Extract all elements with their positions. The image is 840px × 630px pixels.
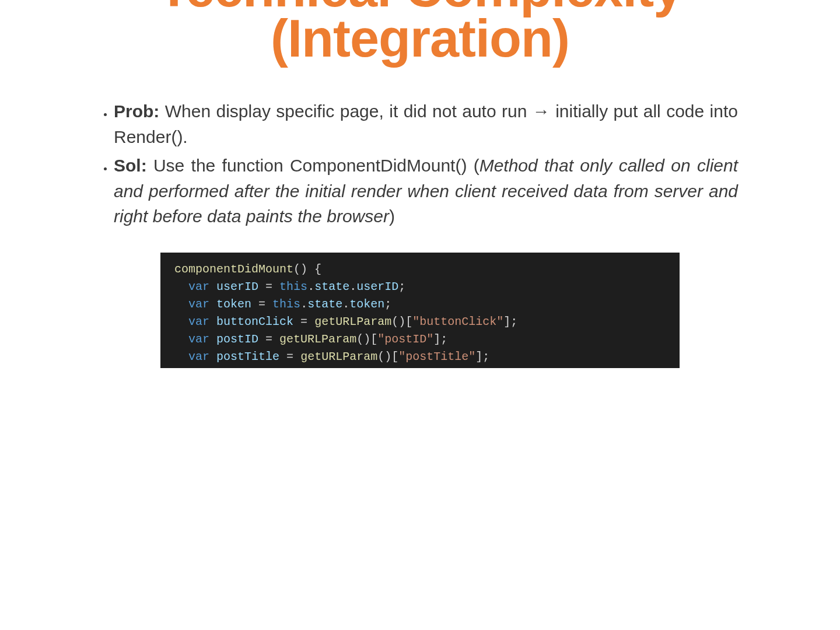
code-token: ()[ (356, 332, 377, 346)
slide: Technical Complexity (Integration) Prob:… (50, 0, 790, 368)
code-token: var (188, 315, 209, 328)
code-token: ; (398, 280, 405, 293)
code-token (314, 368, 321, 368)
code-token: = (307, 368, 314, 368)
code-token: = (258, 298, 265, 311)
code-token (293, 350, 300, 363)
code-token (272, 280, 279, 293)
code-token: getURLParam (314, 315, 391, 328)
code-token: state (307, 298, 342, 311)
code-token: = (265, 280, 272, 293)
code-token (272, 332, 279, 346)
code-token (209, 350, 216, 363)
code-token (258, 280, 265, 293)
code-token: "postID" (377, 332, 433, 346)
code-token: ]; (475, 350, 489, 363)
sol-label: Sol: (114, 156, 147, 175)
code-token: this (272, 298, 300, 311)
code-token (209, 315, 216, 328)
code-token: ()[ (377, 350, 398, 363)
code-token: "postTitle" (398, 350, 475, 363)
prob-label: Prob: (114, 102, 159, 121)
code-token: this (279, 280, 307, 293)
code-token: var (188, 332, 209, 346)
code-token: var (188, 298, 209, 311)
code-content: componentDidMount() { var userID = this.… (160, 253, 680, 368)
code-token (209, 280, 216, 293)
code-token (293, 315, 300, 328)
code-token: componentDidMount (174, 262, 293, 276)
sol-text-before: Use the function ComponentDidMount() ( (147, 156, 480, 175)
bullet-list: Prob: When display specific page, it did… (50, 99, 738, 229)
code-token: . (300, 298, 307, 311)
code-token: getURLParam (321, 368, 398, 368)
arrow-icon: → (533, 102, 550, 121)
code-token: . (349, 280, 356, 293)
code-token: ()[ (398, 368, 419, 368)
code-token (251, 298, 258, 311)
code-token (307, 315, 314, 328)
code-token: buttonClick (216, 315, 293, 328)
code-block: componentDidMount() { var userID = this.… (160, 253, 680, 368)
code-token: var (188, 368, 209, 368)
bullet-prob: Prob: When display specific page, it did… (114, 99, 738, 149)
code-token (209, 332, 216, 346)
bullet-sol: Sol: Use the function ComponentDidMount(… (114, 153, 738, 229)
code-token: token (349, 298, 384, 311)
code-token: = (265, 332, 272, 346)
code-token: postID (216, 332, 258, 346)
code-token: var (188, 280, 209, 293)
code-token: "postCategory" (419, 368, 517, 368)
code-token: userID (356, 280, 398, 293)
prob-text-before: When display specific page, it did not a… (159, 102, 532, 121)
code-token: = (286, 350, 293, 363)
code-token (300, 368, 307, 368)
code-token (209, 298, 216, 311)
code-token (265, 298, 272, 311)
code-token (279, 350, 286, 363)
code-token: token (216, 298, 251, 311)
code-token: ()[ (391, 315, 412, 328)
code-token: () { (293, 262, 321, 276)
sol-text-after: ) (389, 206, 395, 226)
code-token: userID (216, 280, 258, 293)
code-token: . (342, 298, 349, 311)
code-token: postCategory (216, 368, 300, 368)
code-token: = (300, 315, 307, 328)
code-token: getURLParam (300, 350, 377, 363)
code-token: state (314, 280, 349, 293)
slide-title: Technical Complexity (Integration) (50, 0, 790, 64)
code-token: postTitle (216, 350, 279, 363)
code-token: ]; (517, 368, 531, 368)
title-line-2: (Integration) (271, 9, 569, 68)
code-token: ]; (433, 332, 447, 346)
code-token: getURLParam (279, 332, 356, 346)
code-token: ; (384, 298, 391, 311)
code-token: ]; (503, 315, 517, 328)
code-token (209, 368, 216, 368)
code-token (258, 332, 265, 346)
code-token: var (188, 350, 209, 363)
code-token: . (307, 280, 314, 293)
code-token: "buttonClick" (412, 315, 503, 328)
